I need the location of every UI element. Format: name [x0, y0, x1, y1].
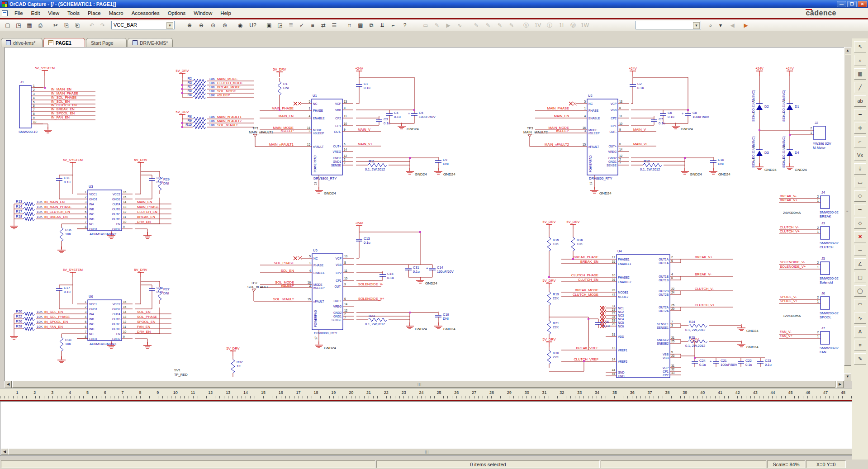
canvas-hscrollbar[interactable]: ◀ ||| ▶: [5, 381, 844, 388]
resistor-bank[interactable]: R810KMAIN_nFAULT1R910KMAIN_nFAULT2R1010K…: [182, 114, 254, 129]
zoom-all-icon[interactable]: ⊚: [220, 20, 230, 30]
no-connect-mark[interactable]: [600, 317, 604, 321]
place-wire-icon[interactable]: ╱: [854, 82, 866, 93]
label[interactable]: 17: [314, 336, 318, 340]
power-probe-icon[interactable]: ✎: [495, 20, 505, 30]
copy-icon[interactable]: ⎘: [62, 20, 71, 30]
title-bar[interactable]: OrCAD Capture - [/ - (SCHEMATIC1 : PAGE1…: [0, 0, 868, 8]
current-probe-icon[interactable]: ✎: [483, 20, 493, 30]
bill-of-materials-icon[interactable]: ☰: [329, 20, 339, 30]
place-power-icon[interactable]: Vx: [854, 150, 866, 161]
capacitor-C14[interactable]: +C14100uF/50V: [426, 265, 454, 274]
voltage-probe-icon[interactable]: ✎: [471, 20, 481, 30]
power-flag-5V_DRV[interactable]: 5V_DRV: [226, 346, 239, 356]
current-marker-icon[interactable]: Ⓘ: [545, 20, 555, 30]
tab-page1[interactable]: PAGE1: [43, 38, 85, 47]
capacitor-C10[interactable]: C10DNI: [710, 157, 724, 166]
testpoint-TP3[interactable]: TP3MAIN_nFAULT2: [523, 126, 548, 137]
scroll-right-icon[interactable]: ▶: [836, 381, 844, 388]
diode-D3[interactable]: D3SS34, DO-214AB(SMC)21: [752, 136, 769, 168]
testpoint-TP2[interactable]: TP2SOL_nFAULT: [247, 281, 269, 292]
label[interactable]: SV1: [174, 368, 180, 372]
tab-start-page[interactable]: Start Page: [86, 38, 127, 47]
menu-file[interactable]: File: [10, 9, 27, 17]
place-part-icon[interactable]: ▦: [854, 68, 866, 80]
place-ellipse-icon[interactable]: ◯: [854, 285, 866, 297]
ic-U4[interactable]: U4BREAK_PHASE17PHASE1BREAK_EN35ENABEL1CL…: [561, 249, 733, 378]
place-ground-icon[interactable]: ⏚: [854, 163, 866, 175]
resistor-R19[interactable]: R1922K: [547, 288, 559, 309]
ic-U3[interactable]: U3ADuM1410ARWZ1VCC12GND13INA4INB5INC6IND…: [77, 185, 171, 236]
place-bezier-icon[interactable]: ∿: [854, 313, 866, 324]
vscroll-thumb[interactable]: ≡: [844, 55, 851, 366]
testpoint-TP1[interactable]: TP1MAIN_nFAULT1: [249, 126, 273, 137]
label[interactable]: 24V/300mA: [783, 211, 801, 215]
undo-icon[interactable]: ↶: [87, 20, 97, 30]
ground-gnd24[interactable]: GND24: [755, 163, 777, 172]
descend-hierarchy-icon[interactable]: ⇊: [377, 20, 387, 30]
ground[interactable]: [143, 342, 152, 348]
capacitor-C31[interactable]: C310.1u: [405, 265, 420, 274]
search-combobox[interactable]: [636, 21, 701, 29]
edit-simulation-profile-icon[interactable]: ✎: [432, 20, 442, 30]
maximize-button[interactable]: ❐: [847, 1, 857, 7]
capacitor-C19[interactable]: C19DNI: [435, 312, 449, 321]
place-hierarchical-port-icon[interactable]: ⬭: [854, 190, 866, 202]
capacitor-C24[interactable]: C240.1u: [692, 358, 706, 367]
ground-gnd24[interactable]: GND24: [416, 277, 437, 285]
power-flag-5V_DRV[interactable]: 5V_DRV: [134, 158, 147, 167]
capacitor-C8[interactable]: +C8100uF/50V: [682, 110, 709, 119]
place-polyline-icon[interactable]: ∠: [854, 258, 866, 270]
ic-U1[interactable]: U1DRV8800_RTYPOWERPAD5NCMAIN_PHASE1PHASE…: [260, 94, 381, 180]
new-simulation-profile-icon[interactable]: ▭: [421, 20, 431, 30]
zoom-in-icon[interactable]: ⊕: [185, 20, 194, 30]
menu-accessories[interactable]: Accessories: [128, 9, 164, 17]
power-flag-+24V[interactable]: +24V: [355, 66, 363, 76]
capacitor-C17[interactable]: C170.1u: [56, 285, 71, 294]
schematic-canvas[interactable]: 5V_SYSTEM5V_DRV5V_DRV5V_DRV+24V+24V5V_SY…: [5, 47, 844, 381]
power-flag-5V_DRV[interactable]: 5V_DRV: [175, 69, 189, 78]
design-rules-check-icon[interactable]: ✓: [297, 20, 307, 30]
power-flag-5V_DRV[interactable]: 5V_DRV: [175, 110, 189, 119]
connector-J3[interactable]: J32CLUTCH_V-1CLUTCH_V+SMW200-02CLUTCH: [779, 221, 839, 249]
resistor-R1[interactable]: R1DNI: [278, 78, 289, 99]
label[interactable]: 17: [314, 181, 317, 185]
annotate-tool-icon[interactable]: ✎: [854, 353, 866, 365]
place-hierarchical-block-icon[interactable]: ▭: [854, 177, 866, 188]
place-junction-icon[interactable]: ✛: [854, 123, 866, 134]
fisheye-view-icon[interactable]: ◉: [235, 20, 245, 30]
connector-J7[interactable]: J72FAN_V-1FAN_V+SMW200-02FAN: [779, 326, 839, 354]
place-text-icon[interactable]: A: [854, 326, 866, 337]
voltage-level-marker-icon[interactable]: 1V: [533, 20, 543, 30]
ground-gnd24[interactable]: GND24: [434, 168, 455, 176]
menu-view[interactable]: View: [44, 9, 63, 17]
no-connect-mark[interactable]: [294, 102, 297, 105]
capacitor-C23[interactable]: C230.1u: [757, 358, 772, 367]
place-arc-icon[interactable]: ◠: [854, 299, 866, 310]
power-flag-+24V[interactable]: +24V: [755, 66, 764, 76]
place-rectangle-icon[interactable]: ▢: [854, 272, 866, 283]
capacitor-C21[interactable]: +C21100uF/50V: [710, 358, 737, 367]
resistor-bank[interactable]: R210KMAIN_MODER310KCLUTCH_MODER710KBREAK…: [182, 76, 254, 99]
no-connect-mark[interactable]: [600, 306, 604, 310]
ground[interactable]: [10, 223, 18, 229]
menu-tools[interactable]: Tools: [63, 9, 84, 17]
ground-gnd24[interactable]: GND24: [672, 123, 693, 131]
ground-gnd24[interactable]: GND24: [434, 322, 455, 331]
resistor-R21[interactable]: R2122K: [547, 317, 559, 338]
capacitor-C18[interactable]: C180.1u: [149, 285, 163, 294]
no-connect-mark[interactable]: [569, 102, 573, 105]
power-flag-+24V[interactable]: +24V: [629, 66, 637, 76]
scroll-up-icon[interactable]: ▲: [844, 47, 851, 54]
capacitor-C11[interactable]: C110.1u: [56, 175, 71, 184]
net-select-combobox[interactable]: VCC_BAR: [111, 21, 175, 29]
ic-U2[interactable]: U2DRV8800_RTYPOWERPAD5NCMAIN_PHASE1PHASE…: [535, 94, 656, 180]
resistor-R11[interactable]: R110.1, 2W,2012: [365, 159, 387, 171]
ground-gnd24[interactable]: GND24: [681, 168, 702, 176]
help-icon[interactable]: ?: [400, 20, 410, 30]
cross-reference-icon[interactable]: ⇄: [318, 20, 328, 30]
back-icon[interactable]: ◀: [727, 20, 737, 30]
power-flag-5V_DRV[interactable]: 5V_DRV: [542, 279, 555, 288]
connector-J2[interactable]: J221YW396-02VM-Motor: [810, 121, 831, 150]
resistor-R15[interactable]: R1510K: [547, 234, 559, 255]
